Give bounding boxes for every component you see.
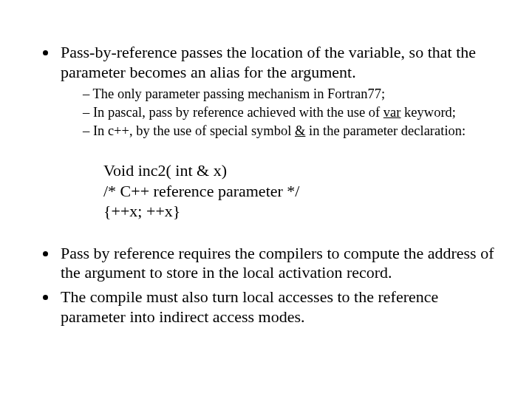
bullet-list-bottom: Pass by reference requires the compilers… [37,244,495,327]
sub-bullet-3: In c++, by the use of special symbol & i… [83,123,495,140]
slide: Pass-by-reference passes the location of… [0,0,532,399]
code-block: Void inc2( int & x) /* C++ reference par… [103,160,495,222]
bullet-1-text: Pass-by-reference passes the location of… [61,43,476,81]
sub-bullet-3-underline: & [295,123,305,138]
bullet-3-text: Pass by reference requires the compilers… [61,244,494,282]
code-line-1: Void inc2( int & x) [103,160,495,181]
bullet-3: Pass by reference requires the compilers… [58,244,495,284]
code-line-3: {++x; ++x} [103,201,495,222]
bullet-list-top: Pass-by-reference passes the location of… [37,43,495,140]
sub-bullet-list: The only parameter passing mechanism in … [61,86,495,140]
bullet-4-text: The compile must also turn local accesse… [61,287,438,326]
sub-bullet-2-text-a: In pascal, pass by reference achieved wi… [93,105,383,120]
sub-bullet-2-text-b: keyword; [400,105,456,120]
code-line-2: /* C++ reference parameter */ [103,181,495,202]
bullet-4: The compile must also turn local accesse… [58,287,495,327]
sub-bullet-1: The only parameter passing mechanism in … [83,86,495,103]
sub-bullet-2-underline: var [383,105,401,120]
bullet-1: Pass-by-reference passes the location of… [58,43,495,140]
sub-bullet-3-text-a: In c++, by the use of special symbol [93,123,295,138]
sub-bullet-2: In pascal, pass by reference achieved wi… [83,104,495,121]
sub-bullet-1-text: The only parameter passing mechanism in … [93,86,386,101]
sub-bullet-3-text-b: in the parameter declaration: [305,123,466,138]
